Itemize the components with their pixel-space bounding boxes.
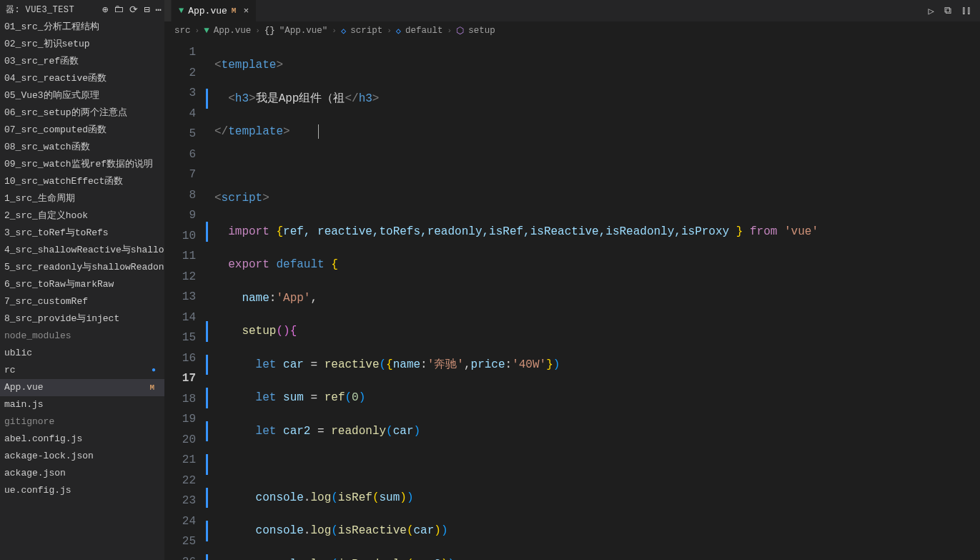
- tab-name: App.vue: [188, 6, 227, 16]
- file-explorer: 器: VUE3_TEST ⊕ 🗀 ⟳ ⊟ ⋯ 01_src_分析工程结构 02_…: [0, 0, 164, 560]
- split-icon[interactable]: ⫿⫿: [961, 5, 971, 17]
- close-icon[interactable]: ×: [243, 6, 249, 16]
- breadcrumb-item[interactable]: src: [174, 26, 191, 36]
- tree-item[interactable]: node_modules: [0, 328, 164, 345]
- tree-item-app-vue[interactable]: App.vueM: [0, 379, 164, 396]
- tree-item[interactable]: ackage.json: [0, 465, 164, 482]
- tab-status-m: M: [232, 6, 237, 15]
- tab-bar: ▼ App.vue M × ▷ ⧉ ⫿⫿: [164, 0, 980, 21]
- tree-item[interactable]: 5_src_readonly与shallowReadonly: [0, 259, 164, 276]
- module-icon: ◇: [396, 26, 401, 36]
- tab-inactive[interactable]: [164, 0, 172, 21]
- refresh-icon[interactable]: ⟳: [129, 4, 138, 16]
- code-editor[interactable]: 1 2 3 4 5 6 7 8 9 10 11 12 13 14 15 16 1…: [164, 40, 980, 560]
- tabs: ▼ App.vue M ×: [164, 0, 257, 21]
- vue-icon: ▼: [179, 6, 184, 16]
- breadcrumb[interactable]: src › ▼ App.vue › {} "App.vue" › ◇ scrip…: [164, 21, 980, 40]
- tree-item[interactable]: 6_src_toRaw与markRaw: [0, 276, 164, 293]
- tree-item[interactable]: 3_src_toRef与toRefs: [0, 225, 164, 242]
- tree-item[interactable]: 06_src_setup的两个注意点: [0, 104, 164, 122]
- tab-actions: ▷ ⧉ ⫿⫿: [929, 5, 980, 17]
- tab-app-vue[interactable]: ▼ App.vue M ×: [172, 0, 257, 21]
- tree-item[interactable]: 04_src_reactive函数: [0, 70, 164, 87]
- breadcrumb-item[interactable]: setup: [468, 26, 495, 36]
- tree-item[interactable]: abel.config.js: [0, 431, 164, 448]
- collapse-icon[interactable]: ⊟: [144, 4, 149, 16]
- explorer-actions: ⊕ 🗀 ⟳ ⊟ ⋯: [102, 4, 162, 16]
- new-file-icon[interactable]: ⊕: [102, 4, 108, 16]
- text-cursor: [318, 124, 319, 139]
- tree-item[interactable]: 02_src_初识setup: [0, 36, 164, 53]
- breadcrumb-item[interactable]: script: [350, 26, 382, 36]
- tree-item[interactable]: ublic: [0, 345, 164, 362]
- module-icon: ◇: [341, 26, 346, 36]
- vue-icon: ▼: [204, 26, 209, 36]
- braces-icon: {}: [264, 26, 275, 36]
- new-folder-icon[interactable]: 🗀: [114, 4, 124, 16]
- chevron-right-icon: ›: [447, 26, 452, 35]
- project-title: 器: VUE3_TEST: [6, 4, 74, 16]
- git-status-m: M: [149, 380, 154, 395]
- tree-item[interactable]: 8_src_provide与inject: [0, 310, 164, 328]
- tree-item[interactable]: 2_src_自定义hook: [0, 207, 164, 225]
- cube-icon: ⬡: [456, 25, 464, 36]
- tree-item[interactable]: 03_src_ref函数: [0, 53, 164, 70]
- tree-item[interactable]: 07_src_computed函数: [0, 122, 164, 139]
- editor-area: ▼ App.vue M × ▷ ⧉ ⫿⫿ src › ▼ App.vue › {…: [164, 0, 980, 560]
- line-gutter: 1 2 3 4 5 6 7 8 9 10 11 12 13 14 15 16 1…: [164, 40, 209, 560]
- tree-item[interactable]: gitignore: [0, 413, 164, 431]
- tree-item[interactable]: 4_src_shallowReactive与shallowRef: [0, 242, 164, 259]
- chevron-right-icon: ›: [332, 26, 337, 35]
- tree-item[interactable]: 05_Vue3的响应式原理: [0, 87, 164, 104]
- more-icon[interactable]: ⋯: [156, 4, 162, 16]
- tree-item[interactable]: 1_src_生命周期: [0, 190, 164, 207]
- tree-item[interactable]: ackage-lock.json: [0, 448, 164, 465]
- tree-item[interactable]: 09_src_watch监视ref数据的说明: [0, 156, 164, 173]
- tree-item-src[interactable]: rc●: [0, 362, 164, 379]
- breadcrumb-item[interactable]: "App.vue": [279, 26, 328, 36]
- chevron-right-icon: ›: [387, 26, 392, 35]
- tree-item[interactable]: 08_src_watch函数: [0, 139, 164, 156]
- tree-item[interactable]: ue.config.js: [0, 482, 164, 499]
- compare-icon[interactable]: ⧉: [944, 5, 951, 17]
- file-tree[interactable]: 01_src_分析工程结构 02_src_初识setup 03_src_ref函…: [0, 19, 164, 560]
- tree-item[interactable]: 10_src_watchEffect函数: [0, 173, 164, 190]
- breadcrumb-item[interactable]: App.vue: [214, 26, 252, 36]
- run-icon[interactable]: ▷: [929, 5, 934, 17]
- explorer-header: 器: VUE3_TEST ⊕ 🗀 ⟳ ⊟ ⋯: [0, 0, 164, 19]
- tree-item[interactable]: 01_src_分析工程结构: [0, 19, 164, 36]
- chevron-right-icon: ›: [255, 26, 260, 35]
- breadcrumb-item[interactable]: default: [405, 26, 443, 36]
- modified-dot-icon: ●: [152, 363, 156, 378]
- tree-item[interactable]: main.js: [0, 396, 164, 413]
- chevron-right-icon: ›: [195, 26, 200, 35]
- tree-item[interactable]: 7_src_customRef: [0, 293, 164, 310]
- code-lines[interactable]: <template> <h3>我是App组件（祖</h3> </template…: [209, 40, 980, 560]
